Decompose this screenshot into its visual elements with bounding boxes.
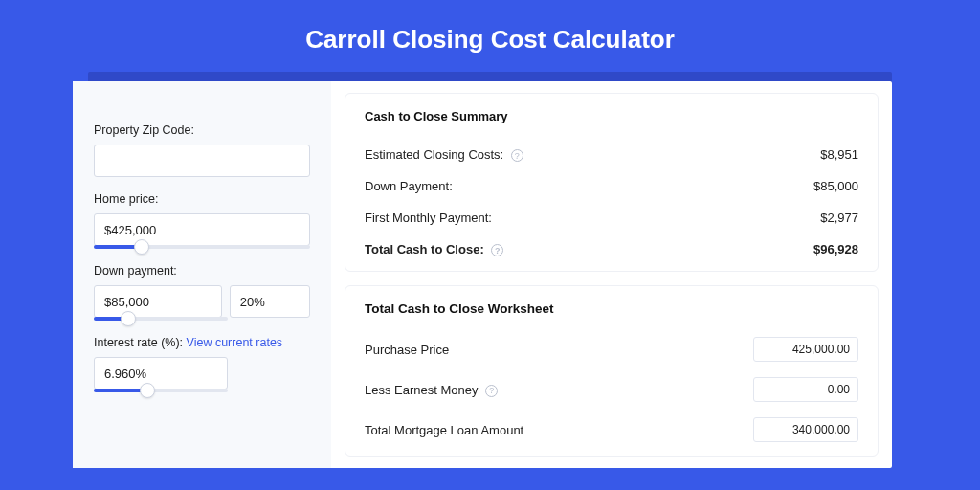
home-price-field-group: Home price: — [94, 192, 310, 249]
summary-value: $8,951 — [820, 147, 858, 162]
summary-value: $2,977 — [820, 211, 858, 225]
worksheet-input[interactable] — [753, 337, 858, 362]
worksheet-row-purchase-price: Purchase Price — [365, 329, 858, 369]
home-price-input[interactable] — [94, 213, 310, 246]
home-price-label: Home price: — [94, 192, 310, 206]
summary-label: Down Payment: — [365, 179, 453, 193]
calculator-card: Property Zip Code: Home price: Down paym… — [73, 81, 892, 468]
summary-row-total: Total Cash to Close: ? $96,928 — [365, 234, 858, 265]
summary-label: First Monthly Payment: — [365, 211, 492, 225]
worksheet-title: Total Cash to Close Worksheet — [365, 301, 858, 316]
down-payment-field-group: Down payment: — [94, 264, 310, 321]
interest-rate-label: Interest rate (%): View current rates — [94, 336, 310, 349]
results-column: Cash to Close Summary Estimated Closing … — [331, 81, 892, 468]
inputs-column: Property Zip Code: Home price: Down paym… — [73, 81, 331, 468]
down-payment-input[interactable] — [94, 285, 222, 318]
worksheet-row-mortgage-amount: Total Mortgage Loan Amount — [365, 410, 858, 450]
page-title: Carroll Closing Cost Calculator — [0, 0, 980, 72]
summary-row-down-payment: Down Payment: $85,000 — [365, 170, 858, 202]
card-shadow: Property Zip Code: Home price: Down paym… — [88, 72, 892, 468]
help-icon[interactable]: ? — [485, 385, 498, 397]
view-rates-link[interactable]: View current rates — [187, 336, 283, 349]
interest-rate-input[interactable] — [94, 357, 228, 390]
worksheet-label: Less Earnest Money — [365, 383, 479, 397]
summary-box: Cash to Close Summary Estimated Closing … — [345, 93, 879, 272]
summary-row-closing-costs: Estimated Closing Costs: ? $8,951 — [365, 139, 858, 170]
summary-title: Cash to Close Summary — [365, 109, 858, 123]
worksheet-row-earnest-money: Less Earnest Money ? — [365, 369, 858, 410]
summary-value: $96,928 — [813, 242, 858, 256]
summary-label: Total Cash to Close: — [365, 242, 484, 256]
summary-value: $85,000 — [813, 179, 858, 193]
down-payment-slider[interactable] — [94, 317, 228, 321]
down-payment-pct-input[interactable] — [230, 285, 310, 318]
worksheet-box: Total Cash to Close Worksheet Purchase P… — [345, 285, 879, 457]
summary-row-first-payment: First Monthly Payment: $2,977 — [365, 202, 858, 234]
help-icon[interactable]: ? — [491, 244, 503, 256]
interest-rate-slider[interactable] — [94, 389, 228, 392]
down-payment-label: Down payment: — [94, 264, 310, 278]
summary-label: Estimated Closing Costs: — [365, 147, 503, 162]
zip-field-group: Property Zip Code: — [94, 123, 310, 177]
interest-rate-label-text: Interest rate (%): — [94, 336, 183, 349]
home-price-slider[interactable] — [94, 245, 310, 249]
worksheet-input[interactable] — [753, 417, 858, 442]
zip-label: Property Zip Code: — [94, 123, 310, 137]
interest-rate-field-group: Interest rate (%): View current rates — [94, 336, 310, 392]
help-icon[interactable]: ? — [511, 149, 523, 162]
worksheet-input[interactable] — [753, 377, 858, 402]
worksheet-label: Total Mortgage Loan Amount — [365, 423, 523, 437]
zip-input[interactable] — [94, 145, 310, 177]
worksheet-label: Purchase Price — [365, 343, 449, 357]
